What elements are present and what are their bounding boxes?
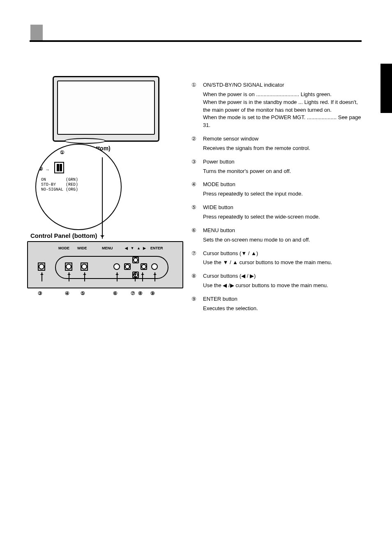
up-button[interactable] (132, 257, 139, 263)
item-num: ⑦ (191, 250, 203, 267)
leader-arrow (102, 157, 103, 239)
mode-button[interactable] (65, 263, 72, 271)
control-panel-title: Control Panel (bottom) (30, 232, 97, 239)
page-edge-tab (380, 64, 392, 113)
label-wide: WIDE (77, 246, 102, 250)
right-button[interactable] (141, 263, 147, 270)
item-num: ① (191, 81, 203, 129)
item-title: ENTER button (203, 296, 238, 302)
menu-button[interactable] (113, 263, 120, 270)
control-panel: MODE WIDE MENU ◀ ▼ ▲ ▶ ENTER (27, 241, 183, 288)
list-item: ⑧ Cursor buttons (◀ / ▶) Use the ◀ /▶ cu… (191, 272, 364, 290)
item-title: Power button (203, 159, 235, 165)
callout-num-1: ① (60, 150, 65, 155)
list-item: ② Remote sensor window Receives the sign… (191, 135, 364, 152)
zoom-circle: ① ② → ON (GRN) STD-BY (RED) NO-SIGNAL (O… (35, 144, 122, 230)
pn7: ⑦ (131, 290, 135, 296)
list-item: ⑦ Cursor buttons (▼ / ▲) Use the ▼ / ▲ c… (191, 250, 364, 267)
callout-num-2: ② (39, 166, 43, 172)
item-body: Sets the on-screen menu mode to on and o… (203, 236, 364, 244)
label-enter: ENTER (150, 246, 167, 250)
item-num: ⑧ (191, 272, 203, 290)
item-body: Press repeatedly to select the input mod… (203, 190, 364, 198)
item-title: Cursor buttons (◀ / ▶) (203, 273, 256, 279)
item-num: ③ (191, 158, 203, 175)
item-body: Executes the selection. (203, 305, 364, 313)
list-item: ③ Power button Turns the monitor's power… (191, 158, 364, 175)
list-item: ① ON/STD-BY/NO SIGNAL indicator When the… (191, 81, 364, 129)
panel-label-row: MODE WIDE MENU ◀ ▼ ▲ ▶ ENTER (28, 246, 182, 250)
item-body: Turns the monitor's power on and off. (203, 168, 364, 175)
tv-screen (57, 81, 155, 135)
item-body: Use the ▼ / ▲ cursor buttons to move the… (203, 259, 364, 267)
sensor-graphic (54, 162, 64, 173)
description-column: ① ON/STD-BY/NO SIGNAL indicator When the… (191, 81, 364, 318)
list-item: ④ MODE button Press repeatedly to select… (191, 181, 364, 198)
list-item: ⑥ MENU button Sets the on-screen menu mo… (191, 227, 364, 244)
list-item: ⑤ WIDE button Press repeatedly to select… (191, 204, 364, 221)
item-num: ⑨ (191, 295, 203, 313)
item-body: Receives the signals from the remote con… (203, 145, 364, 152)
power-button[interactable] (38, 263, 45, 271)
item-title: MENU button (203, 227, 235, 233)
tv-outline (53, 76, 159, 142)
item-body: When the power is on ...................… (203, 91, 364, 129)
enter-button[interactable] (151, 263, 158, 270)
wide-button[interactable] (81, 263, 88, 271)
item-title: ON/STD-BY/NO SIGNAL indicator (203, 82, 284, 88)
header-rule (30, 40, 362, 42)
pn5: ⑤ (81, 290, 85, 296)
pn9: ⑨ (150, 290, 155, 296)
pn4: ④ (65, 290, 69, 296)
label-arrows: ◀ ▼ ▲ ▶ (125, 246, 150, 250)
item-num: ⑤ (191, 204, 203, 221)
tv-callout-ellipse (65, 138, 106, 144)
item-title: Cursor buttons (▼ / ▲) (203, 250, 258, 256)
item-num: ② (191, 135, 203, 152)
header-accent-block (30, 25, 43, 41)
item-body: Press repeatedly to select the wide-scre… (203, 213, 364, 221)
indicator-legend: ON (GRN) STD-BY (RED) NO-SIGNAL (ORG) (41, 177, 78, 192)
item-body: Use the ◀ /▶ cursor buttons to move the … (203, 282, 364, 290)
pn8: ⑧ (138, 290, 143, 296)
left-button[interactable] (124, 263, 131, 270)
diagram-area: (bottom) ① ② → ON (GRN) STD-BY (RED) NO-… (45, 76, 181, 142)
label-menu: MENU (102, 246, 125, 250)
item-num: ④ (191, 181, 203, 198)
item-title: MODE button (203, 181, 235, 187)
arrow-icon: → (45, 167, 50, 172)
pn6: ⑥ (113, 290, 118, 296)
item-title: WIDE button (203, 204, 233, 210)
item-num: ⑥ (191, 227, 203, 244)
label-mode: MODE (58, 246, 77, 250)
pn3: ③ (38, 290, 42, 296)
leader-lines (28, 272, 182, 289)
item-title: Remote sensor window (203, 136, 258, 142)
list-item: ⑨ ENTER button Executes the selection. (191, 295, 364, 313)
